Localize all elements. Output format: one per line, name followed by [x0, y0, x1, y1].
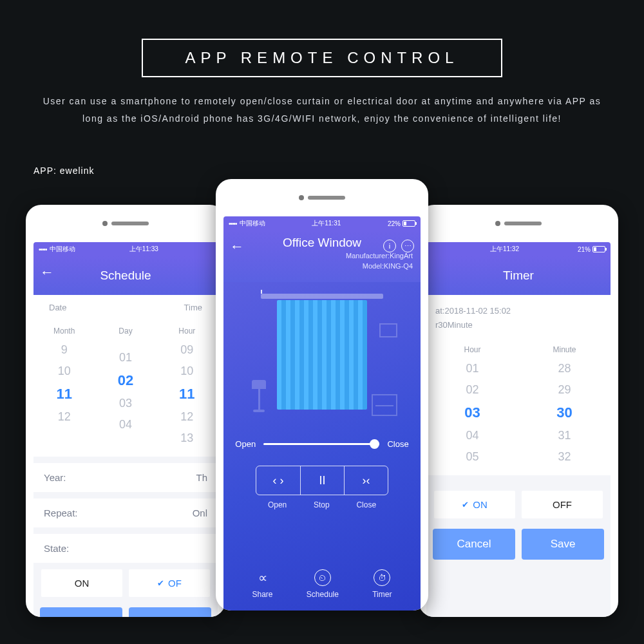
month-wheel[interactable]: 910 11 12: [33, 339, 95, 449]
app-header: ← Schedule: [33, 256, 218, 295]
page-title: Office Window: [283, 236, 361, 250]
model-label: Model:KING-Q4: [346, 261, 413, 271]
hero-description: User can use a smartphone to remotely op…: [39, 93, 605, 127]
status-time: 上午11:33: [129, 245, 158, 254]
back-icon[interactable]: ←: [40, 265, 54, 279]
sub-headers: Month Day Hour: [33, 320, 218, 339]
phone-timer: 上午11:32 21% Timer at:2018-11-02 15:02 r3…: [419, 205, 618, 617]
save-button[interactable]: Sav: [129, 607, 211, 617]
date-picker[interactable]: 910 11 12 01 02 0304 0910 11 1213: [33, 339, 218, 457]
close-button[interactable]: ›‹: [344, 466, 388, 495]
day-wheel[interactable]: 01 02 0304: [95, 339, 156, 449]
slider-thumb[interactable]: [370, 439, 379, 449]
stop-button[interactable]: II: [300, 466, 344, 495]
time-picker[interactable]: 0102 03 0405 2829 30 3132: [426, 358, 611, 475]
page-title: Schedule: [100, 269, 151, 283]
status-time: 上午11:32: [490, 245, 519, 254]
info-icon[interactable]: i: [383, 240, 396, 252]
state-row: State:: [33, 534, 218, 563]
state-off-button[interactable]: OF: [129, 569, 210, 597]
year-row[interactable]: Year:Th: [33, 463, 218, 492]
cancel-button[interactable]: Cancel: [40, 607, 122, 617]
cancel-button[interactable]: Cancel: [433, 529, 515, 560]
hour-wheel[interactable]: 0910 11 1213: [156, 339, 218, 449]
clock-icon: ⏲: [314, 569, 331, 586]
control-labels: Open Stop Close: [254, 500, 390, 509]
status-bar: ••••• 中国移动 上午11:33: [33, 242, 218, 256]
phone-stage: ••••• 中国移动 上午11:33 ← Schedule DateTime M…: [0, 176, 644, 627]
app-name-label: APP: ewelink: [33, 166, 644, 176]
timer-info: at:2018-11-02 15:02 r30Minute: [426, 295, 611, 339]
signal-icon: •••••: [39, 246, 47, 253]
position-slider[interactable]: [263, 443, 379, 445]
slider-close-label: Close: [387, 439, 408, 449]
phone-bezel: [26, 205, 225, 242]
app-header: ← Office Window Manufacturer:KingArt Mod…: [223, 231, 421, 282]
state-off-button[interactable]: OFF: [522, 491, 603, 518]
page-title: Timer: [503, 269, 534, 283]
back-icon[interactable]: ←: [230, 240, 244, 254]
manufacturer-label: Manufacturer:KingArt: [346, 251, 413, 261]
status-bar: ••••• 中国移动 上午11:31 22%: [223, 216, 421, 231]
state-on-button[interactable]: ON: [41, 569, 122, 597]
curtain-illustration: [248, 294, 396, 422]
minute-wheel[interactable]: 2829 30 3132: [518, 358, 611, 468]
repeat-row[interactable]: Repeat:Onl: [33, 498, 218, 527]
battery-icon: [402, 220, 415, 227]
nav-timer[interactable]: ⏱ Timer: [372, 569, 392, 599]
nav-share[interactable]: ∝ Share: [252, 569, 273, 599]
signal-icon: •••••: [229, 220, 237, 227]
hour-wheel[interactable]: 0102 03 0405: [426, 358, 518, 468]
state-on-button[interactable]: ON: [434, 491, 515, 518]
nav-schedule[interactable]: ⏲ Schedule: [307, 569, 339, 599]
save-button[interactable]: Save: [522, 529, 604, 560]
control-buttons: ‹ › II ›‹: [256, 466, 388, 495]
column-headers: DateTime: [33, 295, 218, 320]
timer-icon: ⏱: [374, 569, 390, 586]
more-icon[interactable]: ⋯: [401, 240, 414, 252]
phone-bezel: [216, 179, 428, 216]
status-bar: 上午11:32 21%: [426, 242, 611, 256]
slider-open-label: Open: [235, 439, 256, 449]
status-time: 上午11:31: [312, 219, 341, 228]
open-button[interactable]: ‹ ›: [256, 466, 300, 495]
phone-bezel: [419, 205, 618, 242]
phone-schedule: ••••• 中国移动 上午11:33 ← Schedule DateTime M…: [26, 205, 225, 617]
hero-title: APP REMOTE CONTROL: [142, 39, 502, 77]
share-icon: ∝: [254, 569, 271, 586]
app-header: Timer: [426, 256, 611, 295]
phone-curtain: ••••• 中国移动 上午11:31 22% ← Office Window M…: [216, 179, 428, 611]
sub-headers: Hour Minute: [426, 339, 611, 358]
